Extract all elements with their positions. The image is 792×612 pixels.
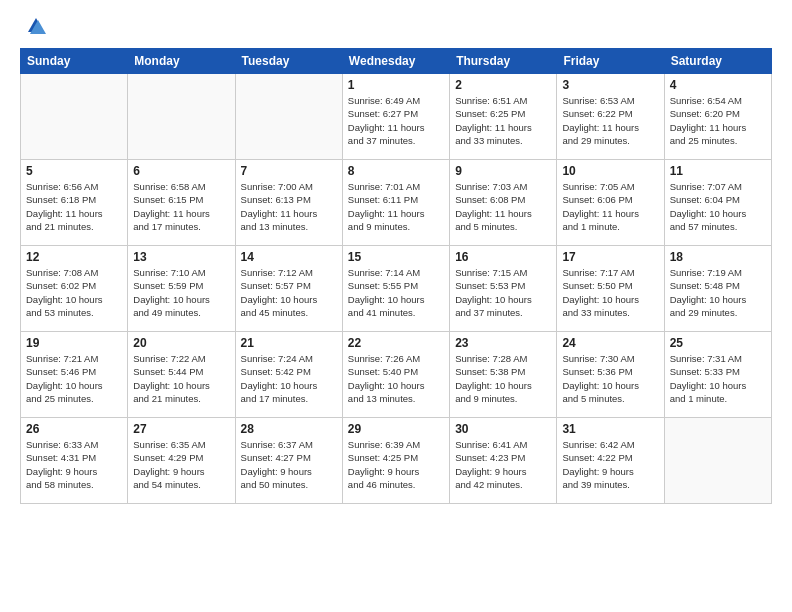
calendar-cell: 8Sunrise: 7:01 AMSunset: 6:11 PMDaylight… bbox=[342, 160, 449, 246]
weekday-header-friday: Friday bbox=[557, 49, 664, 74]
calendar-cell: 5Sunrise: 6:56 AMSunset: 6:18 PMDaylight… bbox=[21, 160, 128, 246]
day-info: Sunrise: 7:05 AMSunset: 6:06 PMDaylight:… bbox=[562, 180, 658, 233]
day-number: 15 bbox=[348, 250, 444, 264]
day-number: 29 bbox=[348, 422, 444, 436]
weekday-header-thursday: Thursday bbox=[450, 49, 557, 74]
calendar-cell: 21Sunrise: 7:24 AMSunset: 5:42 PMDayligh… bbox=[235, 332, 342, 418]
calendar-cell bbox=[664, 418, 771, 504]
day-info: Sunrise: 6:53 AMSunset: 6:22 PMDaylight:… bbox=[562, 94, 658, 147]
day-info: Sunrise: 6:35 AMSunset: 4:29 PMDaylight:… bbox=[133, 438, 229, 491]
weekday-header-wednesday: Wednesday bbox=[342, 49, 449, 74]
calendar-cell: 30Sunrise: 6:41 AMSunset: 4:23 PMDayligh… bbox=[450, 418, 557, 504]
day-info: Sunrise: 6:49 AMSunset: 6:27 PMDaylight:… bbox=[348, 94, 444, 147]
calendar-cell bbox=[21, 74, 128, 160]
day-number: 28 bbox=[241, 422, 337, 436]
calendar-cell: 31Sunrise: 6:42 AMSunset: 4:22 PMDayligh… bbox=[557, 418, 664, 504]
logo-icon bbox=[24, 14, 48, 38]
day-info: Sunrise: 7:30 AMSunset: 5:36 PMDaylight:… bbox=[562, 352, 658, 405]
day-info: Sunrise: 7:03 AMSunset: 6:08 PMDaylight:… bbox=[455, 180, 551, 233]
day-info: Sunrise: 7:08 AMSunset: 6:02 PMDaylight:… bbox=[26, 266, 122, 319]
header bbox=[20, 16, 772, 38]
calendar-cell: 2Sunrise: 6:51 AMSunset: 6:25 PMDaylight… bbox=[450, 74, 557, 160]
day-info: Sunrise: 6:37 AMSunset: 4:27 PMDaylight:… bbox=[241, 438, 337, 491]
day-info: Sunrise: 7:26 AMSunset: 5:40 PMDaylight:… bbox=[348, 352, 444, 405]
day-number: 13 bbox=[133, 250, 229, 264]
day-number: 19 bbox=[26, 336, 122, 350]
calendar-cell: 19Sunrise: 7:21 AMSunset: 5:46 PMDayligh… bbox=[21, 332, 128, 418]
day-number: 6 bbox=[133, 164, 229, 178]
day-number: 24 bbox=[562, 336, 658, 350]
calendar-cell: 10Sunrise: 7:05 AMSunset: 6:06 PMDayligh… bbox=[557, 160, 664, 246]
calendar-cell: 13Sunrise: 7:10 AMSunset: 5:59 PMDayligh… bbox=[128, 246, 235, 332]
day-number: 25 bbox=[670, 336, 766, 350]
week-row-1: 1Sunrise: 6:49 AMSunset: 6:27 PMDaylight… bbox=[21, 74, 772, 160]
weekday-header-row: SundayMondayTuesdayWednesdayThursdayFrid… bbox=[21, 49, 772, 74]
day-info: Sunrise: 7:17 AMSunset: 5:50 PMDaylight:… bbox=[562, 266, 658, 319]
week-row-2: 5Sunrise: 6:56 AMSunset: 6:18 PMDaylight… bbox=[21, 160, 772, 246]
day-info: Sunrise: 6:39 AMSunset: 4:25 PMDaylight:… bbox=[348, 438, 444, 491]
day-number: 20 bbox=[133, 336, 229, 350]
day-number: 8 bbox=[348, 164, 444, 178]
day-number: 27 bbox=[133, 422, 229, 436]
calendar-cell: 7Sunrise: 7:00 AMSunset: 6:13 PMDaylight… bbox=[235, 160, 342, 246]
day-number: 30 bbox=[455, 422, 551, 436]
day-number: 1 bbox=[348, 78, 444, 92]
day-number: 7 bbox=[241, 164, 337, 178]
day-number: 18 bbox=[670, 250, 766, 264]
calendar-cell: 16Sunrise: 7:15 AMSunset: 5:53 PMDayligh… bbox=[450, 246, 557, 332]
day-number: 21 bbox=[241, 336, 337, 350]
week-row-5: 26Sunrise: 6:33 AMSunset: 4:31 PMDayligh… bbox=[21, 418, 772, 504]
page: SundayMondayTuesdayWednesdayThursdayFrid… bbox=[0, 0, 792, 612]
calendar-cell: 15Sunrise: 7:14 AMSunset: 5:55 PMDayligh… bbox=[342, 246, 449, 332]
calendar-cell: 22Sunrise: 7:26 AMSunset: 5:40 PMDayligh… bbox=[342, 332, 449, 418]
weekday-header-saturday: Saturday bbox=[664, 49, 771, 74]
calendar-cell: 28Sunrise: 6:37 AMSunset: 4:27 PMDayligh… bbox=[235, 418, 342, 504]
day-info: Sunrise: 7:21 AMSunset: 5:46 PMDaylight:… bbox=[26, 352, 122, 405]
day-info: Sunrise: 7:07 AMSunset: 6:04 PMDaylight:… bbox=[670, 180, 766, 233]
day-info: Sunrise: 7:22 AMSunset: 5:44 PMDaylight:… bbox=[133, 352, 229, 405]
day-number: 14 bbox=[241, 250, 337, 264]
day-number: 11 bbox=[670, 164, 766, 178]
calendar-cell: 29Sunrise: 6:39 AMSunset: 4:25 PMDayligh… bbox=[342, 418, 449, 504]
day-info: Sunrise: 7:10 AMSunset: 5:59 PMDaylight:… bbox=[133, 266, 229, 319]
logo bbox=[20, 16, 48, 38]
day-number: 12 bbox=[26, 250, 122, 264]
day-number: 5 bbox=[26, 164, 122, 178]
day-info: Sunrise: 6:56 AMSunset: 6:18 PMDaylight:… bbox=[26, 180, 122, 233]
day-info: Sunrise: 7:28 AMSunset: 5:38 PMDaylight:… bbox=[455, 352, 551, 405]
day-number: 16 bbox=[455, 250, 551, 264]
calendar-cell: 12Sunrise: 7:08 AMSunset: 6:02 PMDayligh… bbox=[21, 246, 128, 332]
day-info: Sunrise: 6:58 AMSunset: 6:15 PMDaylight:… bbox=[133, 180, 229, 233]
day-number: 22 bbox=[348, 336, 444, 350]
day-number: 17 bbox=[562, 250, 658, 264]
day-info: Sunrise: 6:41 AMSunset: 4:23 PMDaylight:… bbox=[455, 438, 551, 491]
day-info: Sunrise: 7:00 AMSunset: 6:13 PMDaylight:… bbox=[241, 180, 337, 233]
day-info: Sunrise: 7:01 AMSunset: 6:11 PMDaylight:… bbox=[348, 180, 444, 233]
weekday-header-monday: Monday bbox=[128, 49, 235, 74]
calendar-cell: 24Sunrise: 7:30 AMSunset: 5:36 PMDayligh… bbox=[557, 332, 664, 418]
calendar-cell: 6Sunrise: 6:58 AMSunset: 6:15 PMDaylight… bbox=[128, 160, 235, 246]
day-info: Sunrise: 7:19 AMSunset: 5:48 PMDaylight:… bbox=[670, 266, 766, 319]
day-info: Sunrise: 7:15 AMSunset: 5:53 PMDaylight:… bbox=[455, 266, 551, 319]
calendar-cell: 4Sunrise: 6:54 AMSunset: 6:20 PMDaylight… bbox=[664, 74, 771, 160]
day-info: Sunrise: 7:31 AMSunset: 5:33 PMDaylight:… bbox=[670, 352, 766, 405]
day-info: Sunrise: 7:24 AMSunset: 5:42 PMDaylight:… bbox=[241, 352, 337, 405]
calendar-cell: 1Sunrise: 6:49 AMSunset: 6:27 PMDaylight… bbox=[342, 74, 449, 160]
day-info: Sunrise: 6:33 AMSunset: 4:31 PMDaylight:… bbox=[26, 438, 122, 491]
week-row-3: 12Sunrise: 7:08 AMSunset: 6:02 PMDayligh… bbox=[21, 246, 772, 332]
calendar-cell: 18Sunrise: 7:19 AMSunset: 5:48 PMDayligh… bbox=[664, 246, 771, 332]
day-number: 23 bbox=[455, 336, 551, 350]
calendar-table: SundayMondayTuesdayWednesdayThursdayFrid… bbox=[20, 48, 772, 504]
calendar-cell: 25Sunrise: 7:31 AMSunset: 5:33 PMDayligh… bbox=[664, 332, 771, 418]
weekday-header-sunday: Sunday bbox=[21, 49, 128, 74]
weekday-header-tuesday: Tuesday bbox=[235, 49, 342, 74]
day-number: 31 bbox=[562, 422, 658, 436]
calendar-cell: 26Sunrise: 6:33 AMSunset: 4:31 PMDayligh… bbox=[21, 418, 128, 504]
day-number: 2 bbox=[455, 78, 551, 92]
calendar-cell: 11Sunrise: 7:07 AMSunset: 6:04 PMDayligh… bbox=[664, 160, 771, 246]
day-info: Sunrise: 6:42 AMSunset: 4:22 PMDaylight:… bbox=[562, 438, 658, 491]
calendar-cell: 9Sunrise: 7:03 AMSunset: 6:08 PMDaylight… bbox=[450, 160, 557, 246]
week-row-4: 19Sunrise: 7:21 AMSunset: 5:46 PMDayligh… bbox=[21, 332, 772, 418]
day-number: 9 bbox=[455, 164, 551, 178]
day-info: Sunrise: 7:14 AMSunset: 5:55 PMDaylight:… bbox=[348, 266, 444, 319]
